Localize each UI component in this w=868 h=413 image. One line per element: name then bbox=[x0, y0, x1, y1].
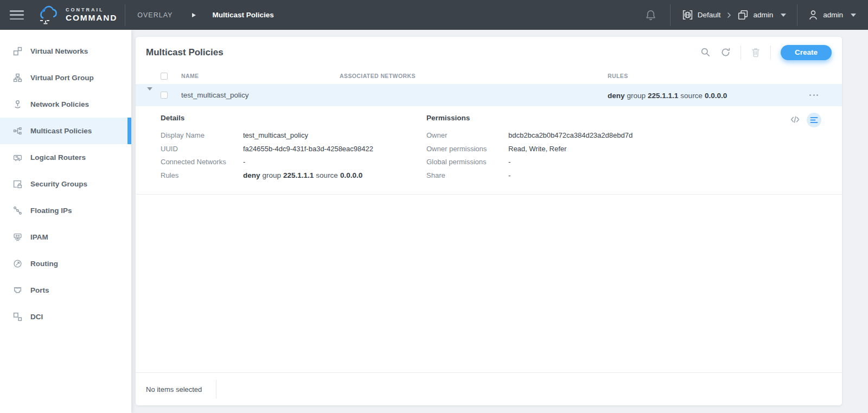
sidebar-item-label: Multicast Policies bbox=[30, 127, 92, 135]
card-toolbar: Create bbox=[691, 45, 832, 60]
permissions-section: Permissions Owner bdcb2bca2b0b472ca384d2… bbox=[426, 114, 832, 182]
domain-selector[interactable]: Default admin bbox=[682, 10, 787, 20]
detail-rules-value: denygroup225.1.1.1source0.0.0.0 bbox=[243, 169, 362, 183]
select-all-checkbox[interactable] bbox=[161, 73, 168, 80]
routing-icon bbox=[13, 259, 22, 268]
sidebar-item-virtual-networks[interactable]: Virtual Networks bbox=[0, 38, 131, 64]
card-header: Multicast Policies bbox=[136, 37, 842, 68]
ipam-icon bbox=[13, 233, 22, 242]
multicast-policies-icon bbox=[13, 126, 22, 135]
selection-status: No items selected bbox=[146, 385, 202, 393]
network-policies-icon bbox=[13, 100, 22, 109]
sidebar-item-ipam[interactable]: IPAM bbox=[0, 224, 131, 250]
sidebar-item-routing[interactable]: Routing bbox=[0, 250, 131, 277]
permissions-title: Permissions bbox=[426, 114, 832, 122]
page-title: Multicast Policies bbox=[146, 47, 224, 58]
list-view-icon bbox=[810, 117, 818, 124]
sidebar-item-label: Security Groups bbox=[30, 180, 87, 188]
user-label: admin bbox=[823, 11, 843, 19]
breadcrumb-page: Multicast Policies bbox=[212, 11, 273, 19]
breadcrumb-section[interactable]: OVERLAY bbox=[137, 11, 173, 19]
trash-icon bbox=[751, 47, 761, 57]
main-content-area: Multicast Policies bbox=[131, 30, 868, 413]
row-expand-caret-icon[interactable] bbox=[147, 87, 152, 100]
sidebar-item-label: Logical Routers bbox=[30, 153, 86, 162]
delete-button[interactable] bbox=[751, 47, 761, 57]
dci-icon bbox=[13, 312, 22, 321]
sidebar-item-label: Virtual Port Group bbox=[30, 74, 94, 82]
row-details-panel: Details Display Name test_multicast_poli… bbox=[136, 106, 842, 195]
topbar-divider bbox=[125, 4, 125, 26]
sidebar-item-network-policies[interactable]: Network Policies bbox=[0, 91, 131, 118]
refresh-icon bbox=[720, 47, 731, 57]
card-body-empty-space bbox=[136, 195, 842, 372]
sidebar-item-label: IPAM bbox=[30, 233, 48, 241]
permission-field: Share - bbox=[426, 169, 832, 183]
footer-divider bbox=[216, 380, 216, 398]
floating-ips-icon bbox=[13, 206, 22, 215]
column-header-rules: RULES bbox=[608, 73, 809, 79]
contrail-command-logo: CONTRAIL COMMAND bbox=[36, 5, 117, 25]
user-icon bbox=[808, 10, 818, 20]
table-header: NAME ASSOCIATED NETWORKS RULES bbox=[136, 68, 842, 84]
sidebar: Virtual Networks Virtual Port Group Netw… bbox=[0, 30, 131, 413]
sidebar-item-security-groups[interactable]: Security Groups bbox=[0, 171, 131, 197]
chevron-right-icon bbox=[727, 12, 731, 18]
sidebar-item-label: DCI bbox=[30, 313, 43, 321]
sidebar-item-ports[interactable]: Ports bbox=[0, 277, 131, 304]
sidebar-item-label: Virtual Networks bbox=[30, 47, 88, 55]
cloud-logo-icon bbox=[36, 5, 61, 25]
brand-line2: COMMAND bbox=[66, 13, 117, 22]
detail-field: Display Name test_multicast_policy bbox=[161, 129, 426, 143]
hamburger-menu-icon[interactable] bbox=[10, 10, 24, 20]
sidebar-item-floating-ips[interactable]: Floating IPs bbox=[0, 197, 131, 224]
card-footer: No items selected bbox=[136, 372, 842, 405]
sidebar-item-multicast-policies[interactable]: Multicast Policies bbox=[0, 118, 131, 144]
toolbar-divider bbox=[770, 46, 771, 60]
chevron-down-icon bbox=[851, 14, 856, 17]
domain-icon bbox=[682, 10, 693, 20]
create-button[interactable]: Create bbox=[781, 45, 832, 60]
sidebar-item-label: Routing bbox=[30, 260, 58, 268]
topbar-divider bbox=[797, 4, 797, 26]
chevron-down-icon bbox=[781, 14, 786, 17]
detail-view-button[interactable] bbox=[807, 113, 821, 127]
detail-field: Connected Networks - bbox=[161, 156, 426, 169]
details-section: Details Display Name test_multicast_poli… bbox=[161, 114, 426, 182]
ports-icon bbox=[13, 286, 22, 295]
row-checkbox[interactable] bbox=[161, 92, 168, 99]
user-menu[interactable]: admin bbox=[808, 10, 856, 20]
sidebar-item-dci[interactable]: DCI bbox=[0, 304, 131, 330]
json-view-button[interactable] bbox=[790, 115, 800, 126]
detail-field: UUID fa24655b-4dc9-431f-ba3d-4258eac9842… bbox=[161, 143, 426, 156]
breadcrumb: OVERLAY Multicast Policies bbox=[137, 11, 273, 19]
toolbar-divider bbox=[741, 46, 741, 60]
security-groups-icon bbox=[13, 179, 22, 189]
sidebar-item-label: Network Policies bbox=[30, 100, 89, 108]
permission-field: Global permissions - bbox=[426, 156, 832, 169]
logical-routers-icon bbox=[13, 153, 22, 162]
sidebar-item-logical-routers[interactable]: Logical Routers bbox=[0, 144, 131, 171]
details-title: Details bbox=[161, 114, 426, 122]
permission-field: Owner permissions Read, Write, Refer bbox=[426, 143, 832, 156]
row-name: test_multicast_policy bbox=[181, 91, 340, 99]
notifications-bell-icon[interactable] bbox=[646, 9, 656, 21]
multicast-policies-card: Multicast Policies bbox=[136, 37, 842, 405]
refresh-button[interactable] bbox=[720, 47, 731, 57]
virtual-networks-icon bbox=[13, 47, 22, 56]
search-icon bbox=[700, 47, 711, 57]
breadcrumb-arrow-icon bbox=[192, 13, 196, 17]
topbar: CONTRAIL COMMAND OVERLAY Multicast Polic… bbox=[0, 0, 868, 30]
project-icon bbox=[738, 10, 748, 20]
column-header-name: NAME bbox=[181, 73, 340, 79]
row-actions-menu-icon[interactable] bbox=[809, 94, 842, 96]
code-icon bbox=[790, 115, 800, 124]
column-header-associated-networks: ASSOCIATED NETWORKS bbox=[340, 73, 608, 79]
sidebar-item-virtual-port-group[interactable]: Virtual Port Group bbox=[0, 64, 131, 91]
permission-field: Owner bdcb2bca2b0b472ca384d23a2d8ebd7d bbox=[426, 129, 832, 143]
sidebar-item-label: Ports bbox=[30, 286, 49, 294]
virtual-port-group-icon bbox=[13, 73, 22, 82]
domain-label: Default bbox=[698, 11, 721, 19]
table-row[interactable]: test_multicast_policy denygroup225.1.1.1… bbox=[136, 84, 842, 106]
search-button[interactable] bbox=[700, 47, 711, 57]
